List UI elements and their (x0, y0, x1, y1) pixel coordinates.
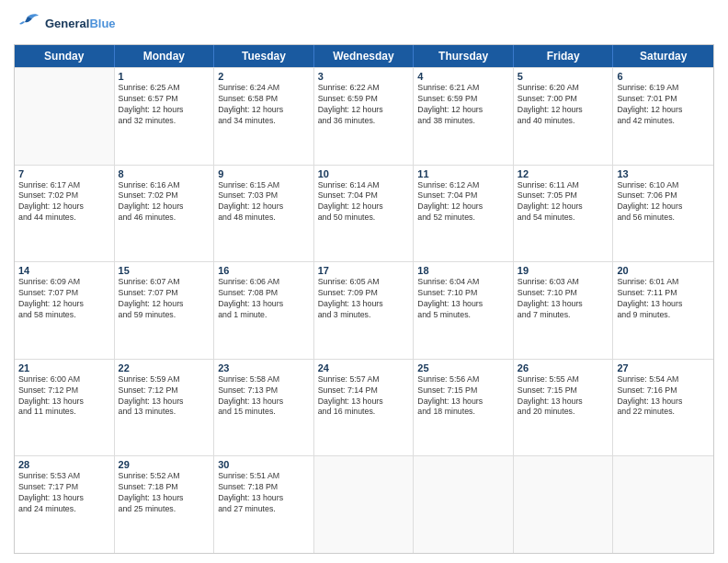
day-number: 24 (318, 362, 410, 373)
day-number: 12 (518, 168, 609, 179)
calendar-cell (514, 456, 614, 553)
calendar-cell: 13Sunrise: 6:10 AM Sunset: 7:06 PM Dayli… (613, 166, 713, 262)
calendar-cell: 24Sunrise: 5:57 AM Sunset: 7:14 PM Dayli… (314, 360, 415, 456)
day-number: 8 (119, 168, 210, 179)
cell-text: Sunrise: 6:17 AM Sunset: 7:02 PM Dayligh… (18, 180, 110, 224)
cell-text: Sunrise: 5:56 AM Sunset: 7:15 PM Dayligh… (417, 374, 509, 419)
calendar-cell: 14Sunrise: 6:09 AM Sunset: 7:07 PM Dayli… (15, 262, 115, 359)
day-number: 14 (18, 265, 110, 276)
logo-icon (14, 9, 41, 37)
calendar-cell: 6Sunrise: 6:19 AM Sunset: 7:01 PM Daylig… (613, 68, 713, 165)
cell-text: Sunrise: 6:14 AM Sunset: 7:04 PM Dayligh… (318, 180, 410, 224)
calendar-cell: 17Sunrise: 6:05 AM Sunset: 7:09 PM Dayli… (314, 262, 415, 359)
calendar-cell: 27Sunrise: 5:54 AM Sunset: 7:16 PM Dayli… (613, 360, 713, 456)
calendar-cell: 4Sunrise: 6:21 AM Sunset: 6:59 PM Daylig… (414, 68, 514, 165)
calendar-cell: 21Sunrise: 6:00 AM Sunset: 7:12 PM Dayli… (15, 360, 115, 456)
calendar-cell: 18Sunrise: 6:04 AM Sunset: 7:10 PM Dayli… (414, 262, 514, 359)
page: GeneralBlue SundayMondayTuesdayWednesday… (0, 0, 728, 563)
calendar-cell: 29Sunrise: 5:52 AM Sunset: 7:18 PM Dayli… (115, 456, 215, 553)
day-number: 13 (617, 168, 710, 179)
day-number: 21 (18, 362, 110, 373)
calendar-cell: 10Sunrise: 6:14 AM Sunset: 7:04 PM Dayli… (314, 166, 415, 262)
calendar-row: 1Sunrise: 6:25 AM Sunset: 6:57 PM Daylig… (15, 67, 713, 165)
cell-text: Sunrise: 5:58 AM Sunset: 7:13 PM Dayligh… (218, 374, 310, 419)
day-number: 18 (417, 265, 509, 276)
cell-text: Sunrise: 6:19 AM Sunset: 7:01 PM Dayligh… (617, 83, 710, 127)
day-number: 30 (218, 459, 310, 470)
day-number: 2 (218, 71, 310, 82)
calendar-cell: 12Sunrise: 6:11 AM Sunset: 7:05 PM Dayli… (514, 166, 614, 262)
calendar-row: 7Sunrise: 6:17 AM Sunset: 7:02 PM Daylig… (15, 165, 713, 262)
cell-text: Sunrise: 5:57 AM Sunset: 7:14 PM Dayligh… (318, 374, 410, 419)
cell-text: Sunrise: 6:00 AM Sunset: 7:12 PM Dayligh… (18, 374, 110, 419)
day-number: 3 (318, 71, 410, 82)
calendar-cell: 16Sunrise: 6:06 AM Sunset: 7:08 PM Dayli… (214, 262, 314, 359)
cell-text: Sunrise: 6:12 AM Sunset: 7:04 PM Dayligh… (417, 180, 509, 224)
header-day: Wednesday (314, 45, 415, 67)
day-number: 29 (119, 459, 210, 470)
day-number: 19 (518, 265, 609, 276)
header: GeneralBlue (14, 9, 714, 37)
cell-text: Sunrise: 5:51 AM Sunset: 7:18 PM Dayligh… (218, 471, 310, 515)
day-number: 6 (617, 71, 710, 82)
header-day: Thursday (414, 45, 514, 67)
header-day: Monday (115, 45, 215, 67)
cell-text: Sunrise: 6:25 AM Sunset: 6:57 PM Dayligh… (119, 83, 210, 127)
calendar-cell: 5Sunrise: 6:20 AM Sunset: 7:00 PM Daylig… (514, 68, 614, 165)
day-number: 15 (119, 265, 210, 276)
cell-text: Sunrise: 6:05 AM Sunset: 7:09 PM Dayligh… (318, 277, 410, 321)
logo-text: GeneralBlue (45, 17, 116, 30)
cell-text: Sunrise: 6:16 AM Sunset: 7:02 PM Dayligh… (119, 180, 210, 224)
header-day: Friday (514, 45, 614, 67)
cell-text: Sunrise: 6:21 AM Sunset: 6:59 PM Dayligh… (417, 83, 509, 127)
day-number: 11 (417, 168, 509, 179)
calendar-row: 14Sunrise: 6:09 AM Sunset: 7:07 PM Dayli… (15, 261, 713, 359)
calendar-cell: 26Sunrise: 5:55 AM Sunset: 7:15 PM Dayli… (514, 360, 614, 456)
day-number: 1 (119, 71, 210, 82)
calendar-row: 28Sunrise: 5:53 AM Sunset: 7:17 PM Dayli… (15, 455, 713, 553)
cell-text: Sunrise: 5:54 AM Sunset: 7:16 PM Dayligh… (617, 374, 710, 419)
cell-text: Sunrise: 5:52 AM Sunset: 7:18 PM Dayligh… (119, 471, 210, 515)
header-day: Tuesday (214, 45, 314, 67)
day-number: 4 (417, 71, 509, 82)
calendar-cell: 8Sunrise: 6:16 AM Sunset: 7:02 PM Daylig… (115, 166, 215, 262)
cell-text: Sunrise: 6:04 AM Sunset: 7:10 PM Dayligh… (417, 277, 509, 321)
day-number: 28 (18, 459, 110, 470)
cell-text: Sunrise: 5:59 AM Sunset: 7:12 PM Dayligh… (119, 374, 210, 419)
calendar-cell: 20Sunrise: 6:01 AM Sunset: 7:11 PM Dayli… (613, 262, 713, 359)
header-day: Sunday (15, 45, 115, 67)
cell-text: Sunrise: 6:03 AM Sunset: 7:10 PM Dayligh… (518, 277, 609, 321)
calendar-cell: 1Sunrise: 6:25 AM Sunset: 6:57 PM Daylig… (115, 68, 215, 165)
calendar-cell: 2Sunrise: 6:24 AM Sunset: 6:58 PM Daylig… (214, 68, 314, 165)
day-number: 25 (417, 362, 509, 373)
calendar-cell: 28Sunrise: 5:53 AM Sunset: 7:17 PM Dayli… (15, 456, 115, 553)
cell-text: Sunrise: 5:55 AM Sunset: 7:15 PM Dayligh… (518, 374, 609, 419)
calendar: SundayMondayTuesdayWednesdayThursdayFrid… (14, 44, 714, 554)
logo: GeneralBlue (14, 9, 116, 37)
calendar-row: 21Sunrise: 6:00 AM Sunset: 7:12 PM Dayli… (15, 359, 713, 456)
day-number: 23 (218, 362, 310, 373)
calendar-cell: 22Sunrise: 5:59 AM Sunset: 7:12 PM Dayli… (115, 360, 215, 456)
day-number: 20 (617, 265, 710, 276)
cell-text: Sunrise: 5:53 AM Sunset: 7:17 PM Dayligh… (18, 471, 110, 515)
cell-text: Sunrise: 6:01 AM Sunset: 7:11 PM Dayligh… (617, 277, 710, 321)
day-number: 27 (617, 362, 710, 373)
header-day: Saturday (613, 45, 713, 67)
cell-text: Sunrise: 6:10 AM Sunset: 7:06 PM Dayligh… (617, 180, 710, 224)
calendar-cell: 3Sunrise: 6:22 AM Sunset: 6:59 PM Daylig… (314, 68, 415, 165)
day-number: 17 (318, 265, 410, 276)
calendar-cell (314, 456, 415, 553)
calendar-cell (414, 456, 514, 553)
calendar-cell: 9Sunrise: 6:15 AM Sunset: 7:03 PM Daylig… (214, 166, 314, 262)
cell-text: Sunrise: 6:22 AM Sunset: 6:59 PM Dayligh… (318, 83, 410, 127)
calendar-header: SundayMondayTuesdayWednesdayThursdayFrid… (15, 45, 713, 67)
cell-text: Sunrise: 6:11 AM Sunset: 7:05 PM Dayligh… (518, 180, 609, 224)
calendar-cell: 7Sunrise: 6:17 AM Sunset: 7:02 PM Daylig… (15, 166, 115, 262)
cell-text: Sunrise: 6:06 AM Sunset: 7:08 PM Dayligh… (218, 277, 310, 321)
cell-text: Sunrise: 6:20 AM Sunset: 7:00 PM Dayligh… (518, 83, 609, 127)
calendar-body: 1Sunrise: 6:25 AM Sunset: 6:57 PM Daylig… (15, 67, 713, 553)
day-number: 26 (518, 362, 609, 373)
calendar-cell (613, 456, 713, 553)
calendar-cell (15, 68, 115, 165)
day-number: 9 (218, 168, 310, 179)
